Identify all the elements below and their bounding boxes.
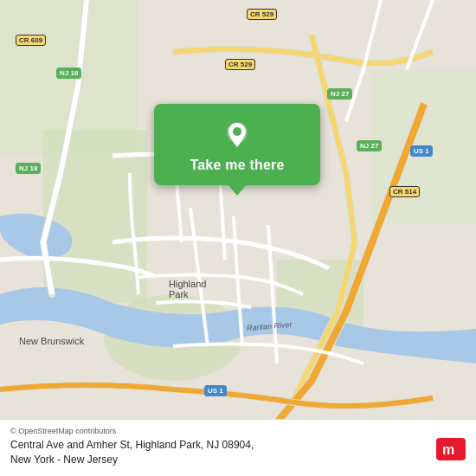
address-line2: New York - New Jersey [10,453,118,466]
route-badge-nj27-lower: NJ 27 [357,140,382,151]
map-container: CR 529 CR 609 NJ 18 NJ 18 CR 529 NJ 27 N… [0,0,476,476]
popup-card[interactable]: Take me there [154,104,320,185]
route-badge-us1-top: US 1 [410,145,433,157]
osm-credit: © OpenStreetMap contributors [10,427,466,435]
route-badge-cr609: CR 609 [16,35,46,46]
bottom-info-bar: © OpenStreetMap contributors Central Ave… [0,419,476,476]
location-pin-icon [222,119,253,151]
svg-point-7 [233,127,241,136]
moovit-icon: m [436,438,466,460]
route-badge-cr514: CR 514 [389,186,420,197]
location-address: Central Ave and Amher St, Highland Park,… [10,438,428,467]
address-line1: Central Ave and Amher St, Highland Park,… [10,439,254,451]
route-badge-nj18-mid: NJ 18 [16,163,41,174]
route-badge-nj18-top: NJ 18 [56,68,81,79]
route-badge-cr529-top: CR 529 [247,9,277,20]
route-badge-cr529-mid: CR 529 [225,59,255,70]
take-me-there-button[interactable]: Take me there [190,158,284,173]
location-info: Central Ave and Amher St, Highland Park,… [10,438,466,467]
svg-text:m: m [442,442,454,457]
moovit-logo: m [436,438,466,460]
route-badge-us1-bot: US 1 [204,385,227,396]
route-badge-nj27: NJ 27 [327,88,352,100]
